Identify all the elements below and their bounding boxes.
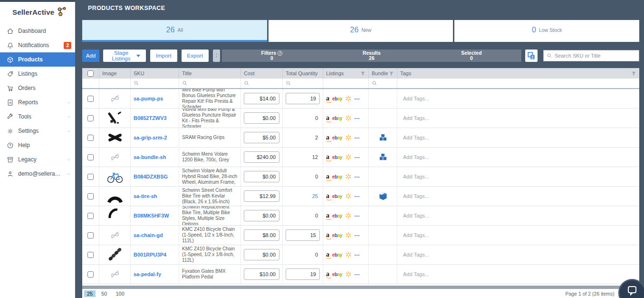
export-button[interactable]: Export [182, 50, 209, 62]
quantity-input[interactable] [286, 268, 320, 280]
ebay-icon[interactable]: ebay [332, 252, 342, 258]
cost-input[interactable] [244, 249, 279, 260]
walmart-icon[interactable] [345, 251, 352, 258]
add-tags-button[interactable]: Add Tags... [400, 213, 429, 219]
more-listings-icon[interactable]: ••• [355, 155, 360, 159]
walmart-icon[interactable] [345, 95, 352, 102]
row-checkbox[interactable] [87, 174, 94, 180]
column-header-cost[interactable]: Cost [241, 68, 283, 79]
sidebar-item-orders[interactable]: Orders [0, 81, 75, 95]
column-header-listings[interactable]: Listings [323, 68, 369, 79]
amazon-icon[interactable]: a [326, 135, 329, 140]
amazon-icon[interactable]: a [326, 96, 329, 101]
column-header-image[interactable]: Image [99, 68, 131, 79]
amazon-icon[interactable]: a [326, 213, 329, 219]
page-size-50[interactable]: 50 [98, 290, 110, 297]
add-tags-button[interactable]: Add Tags... [400, 271, 429, 277]
cost-input[interactable] [244, 93, 279, 104]
sidebar-item-settings[interactable]: Settings [0, 124, 75, 138]
sku-link[interactable]: B08MK5HF3W [134, 213, 169, 219]
quantity-search-icon[interactable] [286, 80, 291, 86]
amazon-icon[interactable]: a [326, 174, 329, 179]
sku-link[interactable]: sa-chain-gd [134, 232, 163, 238]
sidebar-item-help[interactable]: Help [0, 138, 75, 152]
column-chooser-button[interactable] [525, 50, 538, 62]
bundle-icon[interactable] [378, 133, 388, 142]
title-search-icon[interactable] [182, 80, 188, 86]
bundle-search-icon[interactable] [372, 80, 377, 86]
add-tags-button[interactable]: Add Tags... [400, 135, 429, 140]
row-checkbox[interactable] [87, 193, 94, 199]
amazon-icon[interactable]: a [326, 193, 329, 199]
more-listings-icon[interactable]: ••• [355, 194, 360, 199]
walmart-icon[interactable] [345, 154, 352, 160]
sidebar-item-notifications[interactable]: Notifications2 [0, 38, 75, 52]
amazon-icon[interactable]: a [326, 271, 329, 277]
walmart-icon[interactable] [345, 212, 352, 219]
add-tags-button[interactable]: Add Tags... [400, 174, 429, 179]
cost-input[interactable] [244, 210, 279, 221]
add-tags-button[interactable]: Add Tags... [400, 96, 429, 101]
cost-input[interactable] [244, 229, 279, 241]
tab-all[interactable]: 26All [82, 20, 267, 42]
amazon-icon[interactable]: a [326, 115, 329, 121]
row-checkbox[interactable] [87, 115, 94, 121]
filter-icon[interactable] [389, 71, 394, 76]
add-tags-button[interactable]: Add Tags... [400, 193, 429, 199]
ebay-icon[interactable]: ebay [332, 116, 342, 121]
ebay-icon[interactable]: ebay [332, 174, 342, 179]
cost-input[interactable] [244, 132, 279, 143]
cost-input[interactable] [244, 112, 279, 124]
page-size-100[interactable]: 100 [113, 290, 127, 297]
cost-input[interactable] [244, 190, 279, 202]
sidebar-item-legacy[interactable]: Legacy [0, 152, 75, 167]
sidebar-item-products[interactable]: Products [0, 52, 75, 67]
filters-summary[interactable]: Filtersi 0 [222, 50, 322, 62]
row-checkbox[interactable] [87, 252, 94, 258]
column-header-bundle[interactable]: Bundle [369, 68, 397, 79]
more-listings-icon[interactable]: ••• [355, 116, 360, 120]
ebay-icon[interactable]: ebay [332, 233, 342, 238]
more-listings-icon[interactable]: ••• [355, 175, 360, 179]
search-input[interactable] [555, 53, 636, 59]
sku-link[interactable]: B0852TZWV3 [134, 115, 167, 121]
sku-link[interactable]: sa-pedal-fy [134, 271, 161, 277]
cost-input[interactable] [244, 268, 279, 280]
sidebar-item-dashboard[interactable]: Dashboard [0, 24, 75, 38]
select-all-checkbox[interactable] [87, 70, 94, 77]
sidebar-item-tools[interactable]: Tools [0, 109, 75, 124]
column-header-title[interactable]: Title [179, 68, 241, 79]
column-header-total-quantity[interactable]: Total Quantity [283, 68, 323, 79]
walmart-icon[interactable] [345, 115, 352, 121]
ebay-icon[interactable]: ebay [332, 194, 342, 199]
row-checkbox[interactable] [87, 135, 94, 141]
import-button[interactable]: Import [150, 50, 177, 62]
sku-link[interactable]: sa-bundle-sh [134, 154, 166, 160]
more-listings-icon[interactable]: ••• [355, 253, 360, 257]
walmart-icon[interactable] [345, 232, 352, 238]
cost-search-icon[interactable] [244, 80, 250, 86]
quantity-input[interactable] [286, 229, 320, 241]
filter-icon[interactable] [360, 71, 365, 76]
amazon-icon[interactable]: a [326, 252, 329, 258]
ebay-icon[interactable]: ebay [332, 155, 342, 160]
sidebar-item-listings[interactable]: Listings [0, 67, 75, 81]
sku-link[interactable]: sa-pump-ps [134, 96, 163, 101]
row-checkbox[interactable] [87, 96, 94, 102]
quantity-input[interactable] [286, 93, 320, 104]
more-listings-icon[interactable]: ••• [355, 136, 360, 140]
sidebar-item-reports[interactable]: Reports [0, 95, 75, 109]
walmart-icon[interactable] [345, 193, 352, 199]
page-size-25[interactable]: 25 [84, 290, 96, 297]
more-listings-icon[interactable]: ••• [355, 214, 360, 218]
tab-low-stock[interactable]: 0Low Stock [454, 20, 639, 42]
sku-link[interactable]: B084DZXBSG [134, 174, 168, 179]
ebay-icon[interactable]: ebay [332, 96, 342, 101]
more-listings-icon[interactable]: ••• [355, 272, 360, 277]
sidebar-item-demo-selleractive-c[interactable]: demo@selleractive.c... [0, 167, 75, 181]
bundle-icon[interactable] [378, 191, 388, 201]
sku-link[interactable]: B001RPU3P4 [134, 252, 166, 258]
add-tags-button[interactable]: Add Tags... [400, 232, 429, 238]
add-tags-button[interactable]: Add Tags... [400, 115, 429, 121]
more-actions-button[interactable]: ⁞ [213, 50, 220, 62]
